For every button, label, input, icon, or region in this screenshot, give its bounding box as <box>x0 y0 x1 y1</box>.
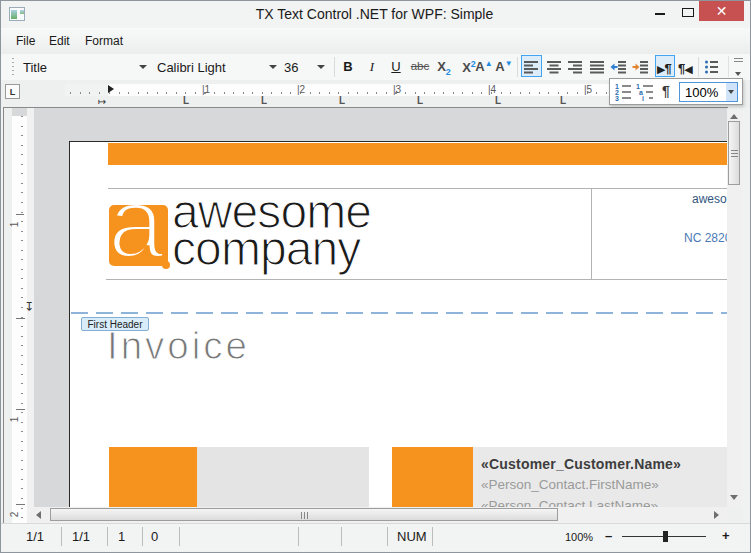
svg-text:3: 3 <box>615 95 619 102</box>
svg-text:i: i <box>642 95 644 102</box>
